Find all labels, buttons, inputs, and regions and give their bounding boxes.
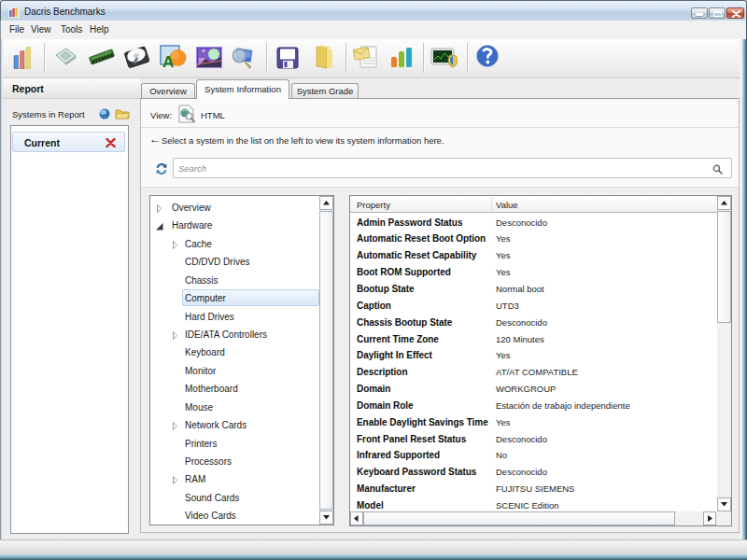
svg-text:A: A <box>162 53 174 70</box>
